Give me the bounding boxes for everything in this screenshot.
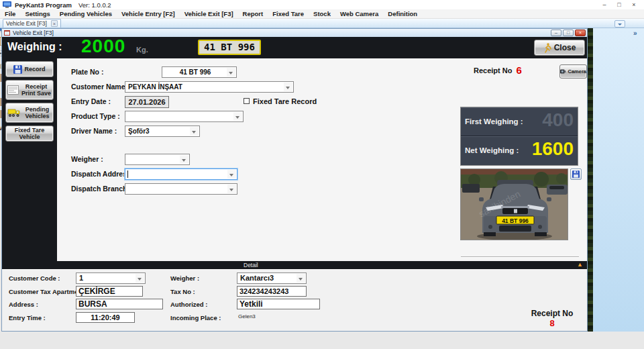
close-button-label: Close: [554, 43, 576, 52]
tax-no-label: Tax No :: [170, 288, 195, 295]
receipt-print-save-button[interactable]: Receipt Print Save: [5, 80, 54, 100]
dispatch-address-combo[interactable]: [125, 168, 237, 180]
weigher-combo[interactable]: [125, 154, 190, 165]
receipt-no-top: Receipt No 6: [474, 66, 522, 74]
tax-apartment-input[interactable]: ÇEKİRGE: [76, 286, 143, 297]
combo-arrow-icon[interactable]: [227, 68, 235, 77]
menu-settings[interactable]: Settings: [20, 9, 54, 19]
photo-save-button[interactable]: [570, 168, 582, 180]
plate-no-combo[interactable]: 41 BT 996: [162, 66, 237, 78]
address-input[interactable]: BURSA: [76, 299, 163, 309]
chevron-down-icon: [618, 23, 622, 26]
divider: [461, 256, 579, 258]
minimize-icon[interactable]: –: [597, 0, 612, 9]
close-button[interactable]: Close: [534, 40, 585, 56]
camera-button[interactable]: Camera: [559, 64, 587, 79]
pending-vehicles-button[interactable]: Pending Vehicles: [5, 103, 54, 123]
panel-chevron-icon[interactable]: »: [633, 30, 637, 37]
weigher-label: Weigher :: [71, 155, 103, 163]
combo-arrow-icon[interactable]: [227, 170, 236, 179]
menu-file[interactable]: File: [0, 9, 20, 19]
incoming-place-label: Incoming Place :: [170, 314, 221, 321]
close-icon[interactable]: ×: [627, 0, 641, 9]
inner-minimize-icon[interactable]: –: [551, 30, 561, 36]
customer-name-combo[interactable]: PEYKAN İNŞAAT: [125, 81, 294, 93]
inner-window-title: Vehicle Exit [F3]: [13, 30, 54, 36]
incoming-place-value: Gelen3: [238, 313, 256, 319]
weighing-label: Weighing :: [7, 41, 62, 53]
driver-name-combo[interactable]: Şoför3: [125, 126, 200, 137]
maximize-icon[interactable]: □: [612, 0, 627, 9]
menu-stock[interactable]: Stock: [309, 9, 335, 19]
text-caret: [127, 170, 128, 178]
first-weighing-label: First Weighing :: [465, 117, 523, 126]
detail-bar[interactable]: Detail ▲: [2, 261, 587, 269]
titlebar: PeyKant3 Program Ver: 1.0.0.2 – □ ×: [0, 0, 644, 9]
product-type-combo[interactable]: [125, 111, 244, 122]
combo-arrow-icon[interactable]: [190, 127, 199, 136]
menu-pending-vehicles[interactable]: Pending Vehicles: [55, 9, 117, 19]
weighing-unit: Kg.: [136, 46, 148, 54]
menu-definition[interactable]: Definition: [383, 9, 422, 19]
weighing-panel: First Weighing : 400 Net Weighing : 1600: [460, 107, 578, 166]
tab-overflow-button[interactable]: [614, 20, 625, 28]
entry-date-value: 27.01.2026: [125, 96, 169, 108]
menu-web-camera[interactable]: Web Camera: [335, 9, 383, 19]
mdi-background: [588, 28, 593, 332]
net-weighing-row: Net Weighing : 1600: [461, 136, 578, 165]
app-title: PeyKant3 Program: [15, 1, 72, 9]
combo-arrow-icon[interactable]: [180, 155, 189, 164]
combo-arrow-icon[interactable]: [227, 185, 236, 193]
tax-no-input[interactable]: 324234243243: [237, 286, 307, 297]
combo-arrow-icon[interactable]: [136, 274, 144, 283]
right-panel: [593, 28, 644, 332]
inner-close-icon[interactable]: ×: [575, 30, 586, 36]
combo-arrow-icon[interactable]: [284, 83, 292, 91]
receipt-no-bottom-value: 8: [519, 318, 586, 328]
tab-vehicle-exit[interactable]: Vehicle Exit [F3] ×: [3, 19, 61, 28]
fixed-tare-record-checkbox[interactable]: [244, 98, 250, 104]
combo-arrow-icon[interactable]: [297, 274, 305, 283]
authorized-input[interactable]: Yetkili: [237, 299, 320, 309]
camera-button-label: Camera: [568, 68, 586, 74]
record-button[interactable]: Record: [5, 61, 54, 77]
customer-name-value: PEYKAN İNŞAAT: [128, 83, 182, 91]
floppy-disk-icon: [13, 65, 22, 74]
customer-name-label: Customer Name :: [71, 83, 129, 91]
weighing-header: Weighing : 2000 Kg. 41 BT 996 Close: [2, 37, 587, 58]
entry-date-label: Entry Date :: [71, 97, 111, 105]
tab-close-icon[interactable]: ×: [51, 20, 58, 27]
fixed-tare-record-label: Fixed Tare Record: [253, 97, 317, 105]
collapse-up-icon[interactable]: ▲: [577, 261, 583, 268]
inner-maximize-icon[interactable]: □: [563, 30, 574, 36]
receipt-no-bottom: Receipt No 8: [519, 309, 586, 328]
plate-no-label: Plate No :: [71, 68, 103, 76]
fixed-tare-vehicle-button[interactable]: Fixed Tare Vehicle: [5, 126, 54, 142]
application-window: PeyKant3 Program Ver: 1.0.0.2 – □ × File…: [0, 0, 644, 349]
plate-no-value: 41 BT 996: [180, 68, 211, 76]
combo-arrow-icon[interactable]: [233, 112, 242, 121]
license-plate-display: 41 BT 996: [198, 40, 261, 55]
customer-code-combo[interactable]: 1: [76, 272, 146, 284]
driver-name-label: Driver Name :: [71, 127, 117, 135]
window-icon: [4, 30, 10, 36]
tab-label: Vehicle Exit [F3]: [6, 20, 47, 27]
detail-weigher-value: Kantarcı3: [240, 274, 274, 282]
tab-strip: Vehicle Exit [F3] ×: [0, 19, 644, 28]
menu-vehicle-entry[interactable]: Vehicle Entry [F2]: [117, 9, 180, 19]
product-type-label: Product Type :: [71, 112, 120, 120]
detail-weigher-combo[interactable]: Kantarcı3: [237, 272, 307, 284]
menu-report[interactable]: Report: [238, 9, 268, 19]
detail-bar-label: Detail: [244, 262, 258, 268]
floppy-disk-icon: [572, 170, 580, 178]
menu-vehicle-exit[interactable]: Vehicle Exit [F3]: [180, 9, 238, 19]
record-button-label: Record: [24, 66, 45, 72]
app-monitor-icon: [3, 1, 11, 8]
first-weighing-value: 400: [542, 109, 574, 131]
net-weighing-value: 1600: [532, 138, 574, 160]
pending-vehicles-label: Pending Vehicles: [23, 106, 52, 119]
menu-fixed-tare[interactable]: Fixed Tare: [268, 9, 309, 19]
receipt-no-bottom-label: Receipt No: [519, 309, 586, 318]
dispatch-branch-combo[interactable]: [125, 183, 237, 195]
fixed-tare-vehicle-label: Fixed Tare Vehicle: [7, 127, 52, 140]
